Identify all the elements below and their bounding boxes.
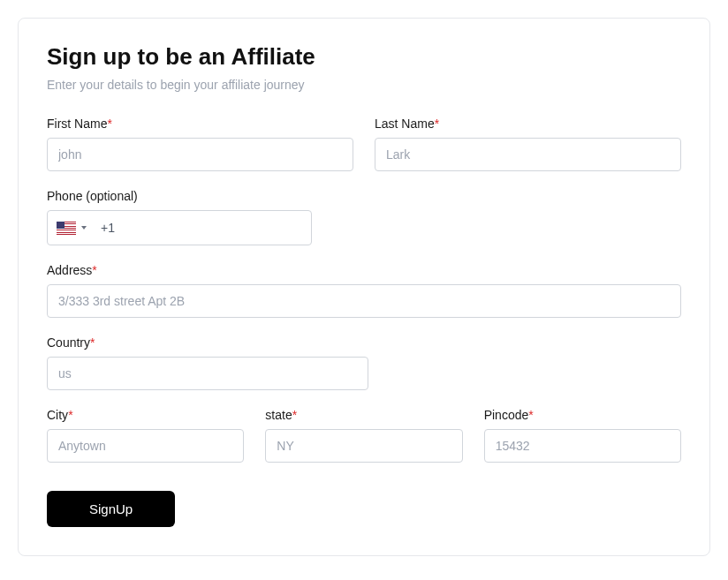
city-field: City* (47, 408, 244, 463)
address-label: Address* (47, 263, 681, 277)
address-input[interactable] (47, 284, 681, 318)
first-name-label-text: First Name (47, 117, 107, 131)
state-label-text: state (265, 408, 292, 422)
state-input[interactable] (265, 429, 462, 463)
state-label: state* (265, 408, 462, 422)
chevron-down-icon (81, 226, 87, 230)
phone-country-selector[interactable] (48, 222, 94, 235)
required-asterisk: * (528, 408, 533, 422)
phone-input[interactable] (115, 221, 311, 235)
pincode-label-text: Pincode (484, 408, 529, 422)
dial-code: +1 (94, 221, 115, 235)
us-flag-icon (57, 222, 76, 235)
country-label: Country* (47, 335, 368, 350)
page-title: Sign up to be an Affiliate (47, 43, 681, 71)
address-row: Address* (47, 263, 681, 318)
required-asterisk: * (435, 117, 439, 131)
country-input[interactable] (47, 357, 368, 390)
phone-label: Phone (optional) (47, 189, 312, 203)
phone-field: Phone (optional) +1 (47, 189, 312, 245)
city-label: City* (47, 408, 244, 422)
page-subtitle: Enter your details to begin your affilia… (47, 78, 681, 92)
city-input[interactable] (47, 429, 244, 463)
phone-input-wrap: +1 (47, 210, 312, 245)
pincode-input[interactable] (484, 429, 681, 463)
signup-card: Sign up to be an Affiliate Enter your de… (18, 18, 710, 556)
country-label-text: Country (47, 335, 90, 350)
first-name-input[interactable] (47, 138, 353, 171)
signup-button[interactable]: SignUp (47, 491, 175, 527)
required-asterisk: * (68, 408, 72, 422)
pincode-label: Pincode* (484, 408, 681, 422)
required-asterisk: * (90, 335, 95, 350)
pincode-field: Pincode* (484, 408, 681, 463)
country-row: Country* (47, 335, 681, 390)
last-name-field: Last Name* (375, 117, 681, 171)
last-name-input[interactable] (375, 138, 681, 171)
city-label-text: City (47, 408, 68, 422)
required-asterisk: * (107, 117, 111, 131)
state-field: state* (265, 408, 462, 463)
required-asterisk: * (92, 263, 96, 277)
last-name-label-text: Last Name (375, 117, 435, 131)
country-field: Country* (47, 335, 368, 390)
last-name-label: Last Name* (375, 117, 681, 131)
first-name-label: First Name* (47, 117, 353, 131)
city-state-zip-row: City* state* Pincode* (47, 408, 681, 463)
first-name-field: First Name* (47, 117, 353, 171)
name-row: First Name* Last Name* (47, 117, 681, 171)
address-field: Address* (47, 263, 681, 318)
required-asterisk: * (292, 408, 297, 422)
phone-row: Phone (optional) +1 (47, 189, 681, 245)
address-label-text: Address (47, 263, 92, 277)
